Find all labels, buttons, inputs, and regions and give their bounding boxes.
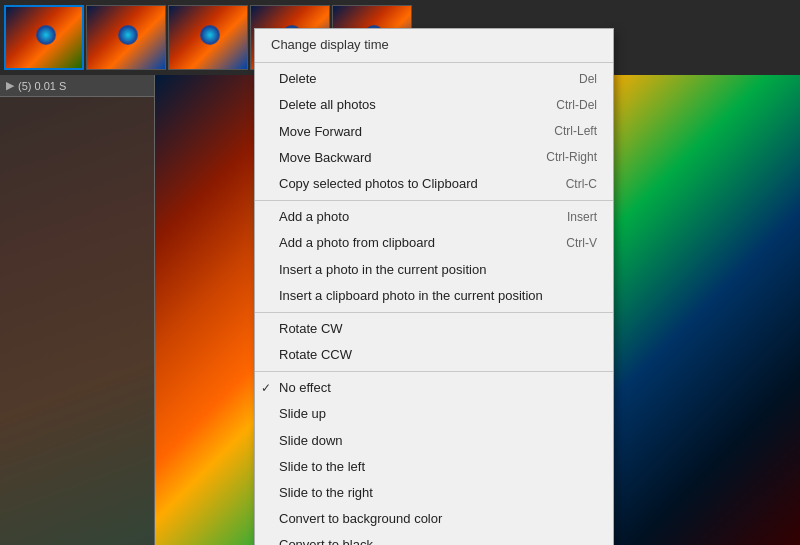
menu-label-convert-bg: Convert to background color	[279, 510, 442, 528]
checkmark-icon: ✓	[261, 380, 271, 397]
menu-label-slide-left: Slide to the left	[279, 458, 365, 476]
menu-label-delete-all: Delete all photos	[279, 96, 376, 114]
play-icon: ▶	[6, 79, 14, 92]
separator-1	[255, 62, 613, 63]
menu-shortcut-add-clipboard: Ctrl-V	[566, 235, 597, 252]
menu-item-move-forward[interactable]: Move Forward Ctrl-Left	[255, 119, 613, 145]
menu-item-copy-clipboard[interactable]: Copy selected photos to Clipboard Ctrl-C	[255, 171, 613, 197]
menu-label-no-effect: No effect	[279, 379, 331, 397]
menu-shortcut-add-photo: Insert	[567, 209, 597, 226]
separator-4	[255, 371, 613, 372]
menu-label-slide-down: Slide down	[279, 432, 343, 450]
menu-shortcut-delete: Del	[579, 71, 597, 88]
menu-item-slide-left[interactable]: Slide to the left	[255, 454, 613, 480]
menu-item-slide-right[interactable]: Slide to the right	[255, 480, 613, 506]
filmstrip-item-2[interactable]	[86, 5, 166, 70]
separator-3	[255, 312, 613, 313]
menu-item-no-effect[interactable]: ✓ No effect	[255, 375, 613, 401]
panel-text: (5) 0.01 S	[18, 80, 66, 92]
menu-shortcut-move-backward: Ctrl-Right	[546, 149, 597, 166]
menu-item-slide-up[interactable]: Slide up	[255, 401, 613, 427]
menu-item-convert-black[interactable]: Convert to black	[255, 532, 613, 545]
menu-label-move-backward: Move Backward	[279, 149, 371, 167]
menu-label-insert-current: Insert a photo in the current position	[279, 261, 486, 279]
filmstrip-item-3[interactable]	[168, 5, 248, 70]
menu-item-insert-current[interactable]: Insert a photo in the current position	[255, 257, 613, 283]
menu-label-rotate-ccw: Rotate CCW	[279, 346, 352, 364]
menu-label-slide-right: Slide to the right	[279, 484, 373, 502]
separator-2	[255, 200, 613, 201]
menu-label-insert-clipboard-current: Insert a clipboard photo in the current …	[279, 287, 543, 305]
menu-label-convert-black: Convert to black	[279, 536, 373, 545]
menu-label-add-clipboard: Add a photo from clipboard	[279, 234, 435, 252]
menu-item-delete-all[interactable]: Delete all photos Ctrl-Del	[255, 92, 613, 118]
menu-item-slide-down[interactable]: Slide down	[255, 428, 613, 454]
menu-label-change-display-time: Change display time	[271, 36, 389, 54]
filmstrip-item-1[interactable]	[4, 5, 84, 70]
menu-label-copy-clipboard: Copy selected photos to Clipboard	[279, 175, 478, 193]
menu-item-change-display-time[interactable]: Change display time	[255, 31, 613, 59]
menu-item-insert-clipboard-current[interactable]: Insert a clipboard photo in the current …	[255, 283, 613, 309]
menu-shortcut-move-forward: Ctrl-Left	[554, 123, 597, 140]
menu-shortcut-delete-all: Ctrl-Del	[556, 97, 597, 114]
menu-label-delete: Delete	[279, 70, 317, 88]
menu-item-move-backward[interactable]: Move Backward Ctrl-Right	[255, 145, 613, 171]
menu-label-move-forward: Move Forward	[279, 123, 362, 141]
menu-label-rotate-cw: Rotate CW	[279, 320, 343, 338]
menu-shortcut-copy-clipboard: Ctrl-C	[566, 176, 597, 193]
panel-header: ▶ (5) 0.01 S	[0, 75, 154, 97]
menu-item-delete[interactable]: Delete Del	[255, 66, 613, 92]
menu-label-add-photo: Add a photo	[279, 208, 349, 226]
context-menu: Change display time Delete Del Delete al…	[254, 28, 614, 545]
menu-item-add-photo[interactable]: Add a photo Insert	[255, 204, 613, 230]
menu-item-add-clipboard[interactable]: Add a photo from clipboard Ctrl-V	[255, 230, 613, 256]
menu-item-rotate-ccw[interactable]: Rotate CCW	[255, 342, 613, 368]
menu-label-slide-up: Slide up	[279, 405, 326, 423]
menu-item-convert-bg[interactable]: Convert to background color	[255, 506, 613, 532]
left-panel: ▶ (5) 0.01 S	[0, 75, 155, 545]
menu-item-rotate-cw[interactable]: Rotate CW	[255, 316, 613, 342]
